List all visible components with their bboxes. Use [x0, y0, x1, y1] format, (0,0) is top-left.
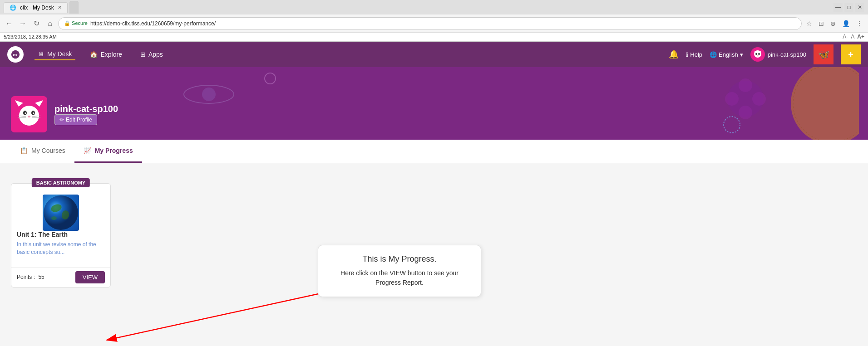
- help-link[interactable]: ℹ Help: [686, 51, 702, 58]
- svg-point-28: [28, 116, 30, 117]
- url-text: https://demo-clix.tiss.edu/1260659/my-pe…: [90, 20, 216, 27]
- svg-point-18: [725, 92, 739, 106]
- hero-decoration: [0, 67, 868, 140]
- points-value: 55: [38, 274, 44, 280]
- page-wrapper: cx 🖥 My Desk 🏠 Explore ⊞ Apps 🔔 ℹ Help 🌐…: [0, 42, 868, 345]
- nav-apps[interactable]: ⊞ Apps: [137, 49, 167, 60]
- lang-dropdown-icon: ▾: [740, 51, 743, 58]
- tabs-bar: 📋 My Courses 📈 My Progress: [0, 140, 868, 163]
- my-courses-icon: 📋: [20, 147, 28, 154]
- nav-explore[interactable]: 🏠 Explore: [86, 49, 125, 60]
- notification-bell-icon[interactable]: 🔔: [669, 49, 679, 59]
- nav-explore-label: Explore: [100, 51, 122, 58]
- globe-icon: 🌐: [710, 51, 717, 58]
- decor-swirl-1: [182, 76, 236, 114]
- back-button[interactable]: ←: [4, 18, 15, 29]
- butterfly-icon: 🦋: [818, 49, 829, 60]
- svg-point-10: [202, 88, 216, 101]
- profile-cat-avatar-icon: [13, 98, 45, 130]
- edit-profile-button[interactable]: ✏ Edit Profile: [54, 114, 97, 125]
- svg-point-6: [755, 53, 757, 55]
- add-button[interactable]: +: [841, 44, 861, 64]
- tooltip-box: This is My Progress. Here click on the V…: [318, 245, 481, 297]
- browser-chrome: 🌐 clix - My Desk ✕ — □ ✕ ← → ↻ ⌂ 🔒 Secur…: [0, 0, 868, 42]
- nav-my-desk[interactable]: 🖥 My Desk: [35, 49, 75, 60]
- date-time-display: 5/23/2018, 12:28:35 AM: [4, 34, 57, 39]
- course-footer: Points : 55 VIEW: [11, 267, 110, 287]
- course-image: [43, 195, 79, 231]
- my-progress-icon: 📈: [84, 147, 91, 154]
- course-badge: BASIC ASTRONOMY: [32, 178, 90, 187]
- close-window-button[interactable]: ✕: [855, 3, 864, 12]
- language-selector[interactable]: 🌐 English ▾: [710, 51, 743, 58]
- home-button[interactable]: ⌂: [44, 18, 55, 29]
- tab-close-button[interactable]: ✕: [58, 5, 62, 10]
- svg-point-7: [758, 53, 760, 55]
- forward-button[interactable]: →: [17, 18, 28, 29]
- svg-point-36: [51, 216, 57, 220]
- profile-icon[interactable]: 👤: [840, 19, 852, 28]
- font-medium-button[interactable]: A: [851, 34, 854, 40]
- tab-favicon: 🌐: [10, 5, 16, 11]
- tooltip-container: This is My Progress. Here click on the V…: [318, 245, 481, 297]
- svg-point-33: [44, 195, 78, 230]
- tooltip-body: Here click on the VIEW button to see you…: [331, 268, 468, 288]
- earth-image-icon: [43, 195, 79, 231]
- menu-icon[interactable]: ⋮: [854, 19, 864, 28]
- butterfly-button[interactable]: 🦋: [814, 44, 833, 64]
- view-button[interactable]: VIEW: [75, 271, 105, 283]
- maximize-button[interactable]: □: [844, 3, 853, 12]
- info-bar: 5/23/2018, 12:28:35 AM A- A A+: [0, 33, 868, 41]
- course-card: BASIC ASTRONOMY: [11, 183, 111, 288]
- browser-tabs-bar: 🌐 clix - My Desk ✕ — □ ✕: [0, 0, 868, 15]
- course-title: Unit 1: The Earth: [17, 231, 105, 238]
- decor-small-circle: [263, 72, 277, 87]
- address-bar-row: ← → ↻ ⌂ 🔒 Secure https://demo-clix.tiss.…: [0, 15, 868, 33]
- svg-point-17: [739, 106, 752, 119]
- svg-point-26: [25, 112, 26, 114]
- secure-indicator: 🔒 Secure: [64, 20, 88, 26]
- profile-avatar: [11, 96, 47, 132]
- user-avatar-small: [750, 47, 765, 62]
- pencil-icon: ✏: [59, 117, 64, 123]
- extensions-icon[interactable]: ⊕: [829, 19, 838, 28]
- new-tab-button[interactable]: [69, 1, 79, 14]
- apps-icon: ⊞: [140, 51, 146, 58]
- tab-my-progress[interactable]: 📈 My Progress: [74, 140, 142, 163]
- svg-text:cx: cx: [13, 53, 18, 57]
- url-bar[interactable]: 🔒 Secure https://demo-clix.tiss.edu/1260…: [58, 17, 802, 30]
- svg-point-27: [33, 112, 35, 114]
- minimize-button[interactable]: —: [833, 3, 843, 12]
- active-browser-tab[interactable]: 🌐 clix - My Desk ✕: [4, 2, 68, 13]
- reload-button[interactable]: ↻: [31, 18, 42, 29]
- bookmark-star-icon[interactable]: ☆: [804, 19, 814, 28]
- font-small-button[interactable]: A-: [843, 34, 848, 40]
- cast-icon[interactable]: ⊡: [817, 19, 826, 28]
- user-name-label: pink-cat-sp100: [768, 51, 806, 58]
- app-header: cx 🖥 My Desk 🏠 Explore ⊞ Apps 🔔 ℹ Help 🌐…: [0, 42, 868, 67]
- clix-logo-icon: cx: [10, 49, 20, 59]
- help-label: Help: [690, 51, 702, 58]
- user-avatar-cat-icon: [751, 48, 764, 61]
- explore-icon: 🏠: [90, 51, 98, 58]
- lang-label: English: [719, 51, 738, 58]
- tooltip-title: This is My Progress.: [331, 254, 468, 264]
- svg-point-12: [791, 67, 859, 140]
- profile-name: pink-cat-sp100: [54, 104, 118, 114]
- tab-my-courses[interactable]: 📋 My Courses: [11, 140, 74, 163]
- profile-info: pink-cat-sp100 ✏ Edit Profile: [54, 104, 118, 125]
- edit-profile-label: Edit Profile: [66, 117, 92, 123]
- nav-apps-label: Apps: [148, 51, 163, 58]
- font-large-button[interactable]: A+: [857, 34, 864, 40]
- svg-point-19: [752, 92, 766, 106]
- svg-point-8: [757, 55, 759, 57]
- tab-title: clix - My Desk: [20, 5, 54, 11]
- hero-banner: pink-cat-sp100 ✏ Edit Profile: [0, 67, 868, 140]
- points-display: Points : 55: [17, 274, 44, 280]
- nav-my-desk-label: My Desk: [47, 50, 72, 58]
- svg-point-16: [739, 78, 752, 92]
- svg-point-11: [265, 73, 276, 84]
- app-logo[interactable]: cx: [7, 46, 24, 63]
- user-menu[interactable]: pink-cat-sp100: [750, 47, 806, 62]
- help-icon: ℹ: [686, 51, 688, 58]
